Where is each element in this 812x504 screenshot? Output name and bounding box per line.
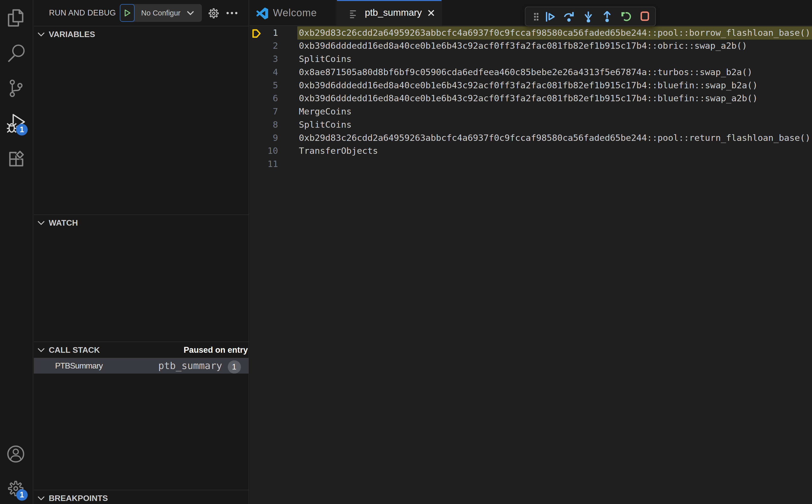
accounts-button[interactable] <box>0 436 33 471</box>
debug-config-dropdown[interactable]: No Configur <box>120 4 202 22</box>
line-text: MergeCoins <box>299 105 352 118</box>
debug-continue-icon <box>545 11 556 22</box>
code-line-9[interactable]: 90xb29d83c26cdd2a64959263abbcfc4a6937f0c… <box>249 131 812 145</box>
chevron-down-icon <box>186 9 195 17</box>
call-stack-section-label: CALL STACK <box>49 342 100 358</box>
tab-ptb-summary[interactable]: ptb_summary <box>337 0 442 25</box>
chevron-down-icon <box>38 495 45 502</box>
stack-frame-source: ptb_summary <box>158 358 222 374</box>
gripper-icon <box>534 13 539 21</box>
code-line-3[interactable]: 3SplitCoins <box>249 53 812 66</box>
debug-step-into-icon <box>584 11 594 22</box>
code-line-11[interactable]: 11 <box>249 158 812 171</box>
line-number: 4 <box>249 66 278 79</box>
ellipsis-dot <box>235 12 237 14</box>
extensions-icon <box>8 150 25 167</box>
line-text: SplitCoins <box>299 118 352 131</box>
debug-restart-icon <box>621 11 632 22</box>
source-control-icon <box>9 79 24 98</box>
code-line-2[interactable]: 20xb39d6dddedd16ed8a40ce0b1e6b43c92acf0f… <box>249 39 812 53</box>
debug-step-over-icon <box>563 11 575 22</box>
close-icon[interactable] <box>428 9 435 16</box>
config-dropdown-label: No Configur <box>141 4 180 22</box>
line-number: 11 <box>249 158 278 171</box>
debug-stop-icon <box>640 11 650 22</box>
sidebar-run-and-debug: RUN AND DEBUG No Configur VARIABLES <box>34 0 249 504</box>
stack-frame-name: PTBSummary <box>55 358 103 374</box>
line-number: 7 <box>249 105 278 118</box>
line-number: 8 <box>249 118 278 131</box>
watch-section-label: WATCH <box>49 215 78 231</box>
line-text: 0xb39d6dddedd16ed8a40ce0b1e6b43c92acf0ff… <box>299 92 758 105</box>
line-number: 1 <box>249 26 278 40</box>
activity-bar: 1 1 <box>0 0 33 504</box>
code-editor[interactable]: 10xb29d83c26cdd2a64959263abbcfc4a6937f0c… <box>249 26 812 504</box>
stack-frame-badge: 1 <box>228 360 241 374</box>
code-line-5[interactable]: 50xb39d6dddedd16ed8a40ce0b1e6b43c92acf0f… <box>249 79 812 92</box>
search-icon <box>7 44 25 63</box>
line-text: 0x8ae871505a80d8bf6bf9c05906cda6edfeea46… <box>299 66 752 79</box>
code-line-7[interactable]: 7MergeCoins <box>249 105 812 118</box>
debug-step-out-icon <box>602 11 612 22</box>
sidebar-item-run-and-debug[interactable]: 1 <box>0 105 33 139</box>
line-number: 10 <box>249 144 278 158</box>
breakpoints-section-header[interactable]: BREAKPOINTS <box>34 490 248 504</box>
line-text: SplitCoins <box>299 53 352 66</box>
code-line-1[interactable]: 10xb29d83c26cdd2a64959263abbcfc4a6937f0c… <box>249 26 812 40</box>
restart-button[interactable] <box>621 7 632 26</box>
toolbar-drag-handle[interactable] <box>532 7 541 26</box>
vscode-logo-icon <box>256 8 268 19</box>
tab-welcome-label: Welcome <box>273 0 317 25</box>
start-debug-button[interactable] <box>120 4 135 22</box>
line-number: 2 <box>249 39 278 53</box>
line-number: 9 <box>249 131 278 145</box>
chevron-down-icon <box>38 346 45 354</box>
sidebar-item-source-control[interactable] <box>0 70 33 105</box>
sidebar-item-search[interactable] <box>0 36 33 70</box>
watch-section-header[interactable]: WATCH <box>34 215 248 231</box>
more-actions-button[interactable] <box>226 7 237 19</box>
line-number: 3 <box>249 53 278 66</box>
line-text: 0xb39d6dddedd16ed8a40ce0b1e6b43c92acf0ff… <box>299 39 747 53</box>
tab-welcome[interactable]: Welcome <box>249 0 336 25</box>
line-number: 6 <box>249 92 278 105</box>
call-stack-section-header[interactable]: CALL STACK Paused on entry <box>34 342 248 358</box>
code-line-6[interactable]: 60xb39d6dddedd16ed8a40ce0b1e6b43c92acf0f… <box>249 92 812 105</box>
play-icon <box>123 9 131 17</box>
files-icon <box>8 9 24 27</box>
editor-area: Welcome ptb_summary 10xb29d83c26cdd2a649… <box>249 0 812 504</box>
code-line-4[interactable]: 40x8ae871505a80d8bf6bf9c05906cda6edfeea4… <box>249 66 812 79</box>
call-stack-frame-row[interactable]: PTBSummary ptb_summary 1 <box>34 358 248 374</box>
ellipsis-dot <box>231 12 233 14</box>
variables-section-header[interactable]: VARIABLES <box>34 26 248 42</box>
ellipsis-dot <box>226 12 229 14</box>
line-text: TransferObjects <box>299 144 378 158</box>
code-line-8[interactable]: 8SplitCoins <box>249 118 812 131</box>
step-over-button[interactable] <box>563 7 575 26</box>
sidebar-title-row: RUN AND DEBUG No Configur <box>34 0 248 26</box>
step-into-button[interactable] <box>583 7 594 26</box>
code-line-10[interactable]: 10TransferObjects <box>249 144 812 158</box>
sidebar-item-extensions[interactable] <box>0 139 33 174</box>
settings-button[interactable]: 1 <box>0 471 33 504</box>
debug-toolbar <box>525 7 656 26</box>
sidebar-title: RUN AND DEBUG <box>49 0 116 26</box>
breakpoints-section-label: BREAKPOINTS <box>49 490 108 504</box>
paused-on-entry-status: Paused on entry <box>184 342 248 358</box>
stop-button[interactable] <box>639 7 651 26</box>
account-icon <box>7 445 24 463</box>
line-text: 0xb29d83c26cdd2a64959263abbcfc4a6937f0c9… <box>299 131 810 145</box>
line-text: 0xb29d83c26cdd2a64959263abbcfc4a6937f0c9… <box>299 26 810 40</box>
continue-button[interactable] <box>545 7 556 26</box>
code-lines: 10xb29d83c26cdd2a64959263abbcfc4a6937f0c… <box>249 26 812 171</box>
debug-settings-gear-icon[interactable] <box>208 8 219 19</box>
chevron-down-icon <box>38 31 45 38</box>
sidebar-item-explorer[interactable] <box>0 1 33 36</box>
file-lines-icon <box>350 10 356 18</box>
step-out-button[interactable] <box>601 7 613 26</box>
variables-section-label: VARIABLES <box>49 26 95 42</box>
line-text: 0xb39d6dddedd16ed8a40ce0b1e6b43c92acf0ff… <box>299 79 758 92</box>
line-number: 5 <box>249 79 278 92</box>
chevron-down-icon <box>38 219 45 226</box>
debug-badge: 1 <box>16 124 28 136</box>
